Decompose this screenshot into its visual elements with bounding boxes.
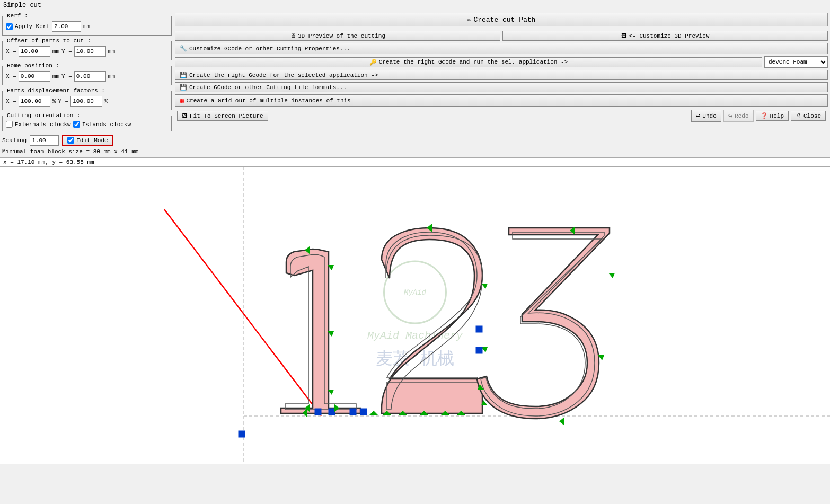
create-right-gcode-button[interactable]: 💾 Create the right Gcode for the selecte… bbox=[175, 70, 828, 80]
disp-x-label: X = bbox=[6, 98, 16, 104]
svg-rect-26 bbox=[239, 431, 245, 437]
canvas-area[interactable]: MyAid MyAid Machinery 麦茇 机械 bbox=[0, 167, 830, 464]
kerf-value-input[interactable] bbox=[52, 21, 81, 32]
close-button[interactable]: 🖨 Close bbox=[791, 111, 826, 121]
offset-legend: Offset of parts to cut : bbox=[6, 38, 92, 44]
run-gcode-row: 🔑 Create the right Gcode and run the sel… bbox=[175, 56, 828, 68]
redo-label: Redo bbox=[735, 113, 748, 119]
grid-icon: ▦ bbox=[180, 96, 184, 105]
kerf-group: Kerf : Apply Kerf mm bbox=[2, 13, 172, 36]
settings-icon: 🔧 bbox=[180, 45, 187, 52]
offset-y-unit: mm bbox=[108, 48, 115, 55]
undo-label: Undo bbox=[702, 113, 716, 119]
edit-mode-button[interactable]: Edit Mode bbox=[62, 135, 113, 146]
islands-checkbox[interactable] bbox=[73, 121, 80, 128]
close-label: Close bbox=[803, 113, 821, 119]
svg-rect-20 bbox=[315, 409, 321, 415]
home-y-input[interactable] bbox=[74, 71, 106, 82]
disp-y-input[interactable] bbox=[70, 96, 102, 107]
svg-marker-18 bbox=[559, 417, 564, 426]
pencil-icon: ✏️ bbox=[467, 15, 472, 24]
disp-y-unit: % bbox=[104, 98, 108, 104]
create-right-gcode-label: Create the right Gcode for the selected … bbox=[189, 72, 378, 78]
svg-marker-9 bbox=[481, 284, 488, 289]
preview-3d-label: 3D Preview of the cutting bbox=[298, 33, 385, 39]
disp-y-label: Y = bbox=[58, 98, 68, 104]
right-controls-panel: ✏️ Create cut Path 🖥 3D Preview of the c… bbox=[175, 13, 828, 155]
create-cut-path-label: Create cut Path bbox=[473, 16, 535, 24]
canvas-svg bbox=[0, 167, 830, 464]
window-title: Simple cut bbox=[0, 0, 830, 11]
disp-x-unit: % bbox=[52, 98, 56, 104]
home-y-label: Y = bbox=[61, 73, 72, 79]
run-right-gcode-button[interactable]: 🔑 Create the right Gcode and run the sel… bbox=[175, 57, 762, 67]
customize-3d-button[interactable]: 🖼 <- Customize 3D Preview bbox=[502, 31, 828, 41]
help-label: Help bbox=[770, 113, 784, 119]
islands-label: Islands clockwi bbox=[82, 121, 135, 128]
scaling-input[interactable] bbox=[30, 135, 59, 146]
save2-icon: 💾 bbox=[180, 84, 187, 91]
displacement-legend: Parts displacement factors : bbox=[6, 87, 106, 94]
fit-icon: 🖼 bbox=[182, 112, 188, 119]
monitor-icon: 🖥 bbox=[290, 32, 296, 39]
customize-3d-icon: 🖼 bbox=[621, 32, 627, 39]
kerf-legend: Kerf : bbox=[6, 13, 29, 19]
redo-button[interactable]: ↪ Redo bbox=[723, 110, 754, 122]
run-icon: 🔑 bbox=[369, 59, 377, 66]
create-grid-button[interactable]: ▦ Create a Grid out of multiple instance… bbox=[175, 94, 828, 107]
preview-row: 🖥 3D Preview of the cutting 🖼 <- Customi… bbox=[175, 31, 828, 41]
externals-checkbox[interactable] bbox=[6, 121, 13, 128]
help-icon: ❓ bbox=[761, 112, 768, 119]
left-controls-panel: Kerf : Apply Kerf mm Offset of parts to … bbox=[2, 13, 172, 155]
cutting-orientation-legend: Cutting orientation : bbox=[6, 112, 82, 119]
disp-x-input[interactable] bbox=[19, 96, 50, 107]
create-gcode-other-button[interactable]: 💾 Create GCode or other Cutting file for… bbox=[175, 82, 828, 92]
apply-kerf-label: Apply Kerf bbox=[15, 23, 50, 30]
offset-x-input[interactable] bbox=[19, 46, 50, 57]
svg-rect-25 bbox=[476, 347, 482, 353]
customize-gcode-button[interactable]: 🔧 Customize GCode or other Cutting Prope… bbox=[175, 43, 828, 54]
minimal-foam-label: Minimal foam block size = 80 mm x 41 mm bbox=[2, 148, 138, 155]
preview-3d-button[interactable]: 🖥 3D Preview of the cutting bbox=[175, 31, 500, 41]
title-bar: Simple cut bbox=[0, 0, 830, 11]
edit-mode-label: Edit Mode bbox=[76, 137, 108, 144]
offset-x-label: X = bbox=[6, 48, 16, 55]
create-cut-path-button[interactable]: ✏️ Create cut Path bbox=[175, 13, 828, 26]
displacement-group: Parts displacement factors : X = % Y = % bbox=[2, 87, 172, 110]
redo-icon: ↪ bbox=[728, 111, 732, 120]
home-y-unit: mm bbox=[108, 73, 115, 79]
undo-icon: ↩ bbox=[696, 111, 700, 120]
edit-mode-checkbox[interactable] bbox=[67, 137, 74, 144]
offset-x-unit: mm bbox=[52, 48, 59, 55]
minimal-foam-text: Minimal foam block size = 80 mm x 41 mm bbox=[2, 148, 172, 155]
customize-gcode-label: Customize GCode or other Cutting Propert… bbox=[189, 46, 350, 52]
help-button[interactable]: ❓ Help bbox=[756, 111, 789, 121]
run-right-gcode-label: Create the right Gcode and run the sel. … bbox=[379, 59, 568, 65]
offset-y-input[interactable] bbox=[74, 46, 106, 57]
apply-kerf-checkbox[interactable] bbox=[6, 23, 13, 30]
status-bar: x = 17.10 mm, y = 63.55 mm bbox=[0, 157, 830, 167]
svg-rect-22 bbox=[350, 409, 356, 415]
svg-marker-27 bbox=[369, 411, 378, 415]
coordinates-text: x = 17.10 mm, y = 63.55 mm bbox=[3, 159, 94, 165]
fit-screen-button[interactable]: 🖼 Fit To Screen Picture bbox=[177, 111, 268, 121]
scaling-row: Scaling Edit Mode bbox=[2, 135, 172, 146]
home-x-input[interactable] bbox=[19, 71, 50, 82]
home-x-unit: mm bbox=[52, 73, 59, 79]
kerf-unit: mm bbox=[83, 23, 90, 30]
bottom-buttons-row: 🖼 Fit To Screen Picture ↩ Undo ↪ Redo ❓ … bbox=[175, 109, 828, 123]
svg-rect-23 bbox=[360, 409, 367, 415]
create-grid-label: Create a Grid out of multiple instances … bbox=[186, 98, 350, 104]
svg-marker-15 bbox=[608, 273, 615, 278]
home-group: Home position : X = mm Y = mm bbox=[2, 63, 172, 85]
undo-button[interactable]: ↩ Undo bbox=[691, 110, 721, 122]
customize-3d-label: <- Customize 3D Preview bbox=[629, 33, 710, 39]
home-legend: Home position : bbox=[6, 63, 60, 69]
create-gcode-other-label: Create GCode or other Cutting file forma… bbox=[189, 84, 347, 91]
save1-icon: 💾 bbox=[180, 72, 187, 78]
offset-y-label: Y = bbox=[61, 48, 72, 55]
close-icon: 🖨 bbox=[796, 112, 801, 119]
application-dropdown[interactable]: devCnc Foam Other bbox=[764, 56, 828, 68]
svg-line-2 bbox=[164, 209, 318, 412]
scaling-label: Scaling bbox=[2, 137, 27, 144]
